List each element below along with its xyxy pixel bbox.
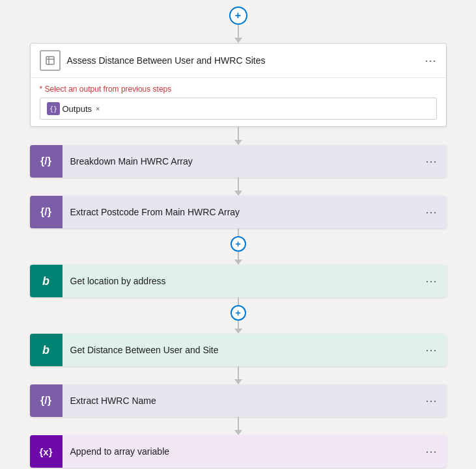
step-extract-postcode-icon: {/} (30, 196, 63, 228)
step-breakdown: {/} Breakdown Main HWRC Array ··· (30, 145, 447, 178)
step-get-distance-label: Get Distance Between User and Site (63, 336, 417, 364)
connector-plus-3: + (231, 228, 246, 265)
connector-1 (229, 127, 248, 145)
connector-plus-4: + (231, 297, 246, 334)
svg-rect-0 (46, 57, 54, 64)
select-label: * Select an output from previous steps (40, 85, 437, 94)
header-title: Assess Distance Between User and HWRC Si… (67, 55, 425, 66)
step-get-location-icon: b (30, 265, 63, 297)
step-append-array-more[interactable]: ··· (416, 435, 446, 468)
step-get-location-more[interactable]: ··· (416, 265, 446, 297)
outputs-chip-icon: {} (47, 102, 60, 115)
connector-0 (229, 25, 248, 43)
step-extract-postcode-label: Extract Postcode From Main HWRC Array (63, 198, 417, 226)
step-extract-postcode-more[interactable]: ··· (416, 196, 446, 228)
connector-2 (229, 178, 248, 196)
step-get-distance-more[interactable]: ··· (416, 334, 446, 366)
connector-5 (229, 366, 248, 384)
outputs-chip-close[interactable]: × (96, 105, 100, 113)
step-get-distance-icon: b (30, 334, 63, 366)
step-breakdown-icon: {/} (30, 145, 63, 178)
top-plus-button[interactable]: + (229, 7, 247, 25)
svg-text:{}: {} (49, 105, 57, 113)
step-append-array-label: Append to array variable (63, 437, 417, 466)
step-extract-name-more[interactable]: ··· (416, 384, 446, 417)
step-append-array-icon: {x} (30, 435, 63, 468)
outputs-chip: {} Outputs × (47, 102, 100, 115)
step-extract-postcode: {/} Extract Postcode From Main HWRC Arra… (30, 196, 447, 228)
step-get-distance: b Get Distance Between User and Site ··· (30, 334, 447, 366)
step-extract-name-label: Extract HWRC Name (63, 386, 417, 415)
step-append-array: {x} Append to array variable ··· (30, 435, 447, 468)
step-get-location: b Get location by address ··· (30, 265, 447, 297)
outputs-chip-text: Outputs (63, 104, 92, 114)
plus-between-3-4[interactable]: + (231, 305, 246, 321)
step-breakdown-label: Breakdown Main HWRC Array (63, 147, 417, 176)
header-card: Assess Distance Between User and HWRC Si… (30, 43, 447, 127)
header-more-button[interactable]: ··· (425, 54, 436, 68)
step-extract-name: {/} Extract HWRC Name ··· (30, 384, 447, 417)
flow-container: + Assess Distance Between User and HWRC … (23, 7, 453, 469)
step-get-location-label: Get location by address (63, 267, 417, 295)
outputs-box: {} Outputs × (40, 98, 437, 120)
step-extract-name-icon: {/} (30, 384, 63, 417)
connector-6 (229, 417, 248, 435)
plus-between-2-3[interactable]: + (231, 236, 246, 252)
header-icon (40, 50, 61, 71)
step-breakdown-more[interactable]: ··· (416, 145, 446, 178)
